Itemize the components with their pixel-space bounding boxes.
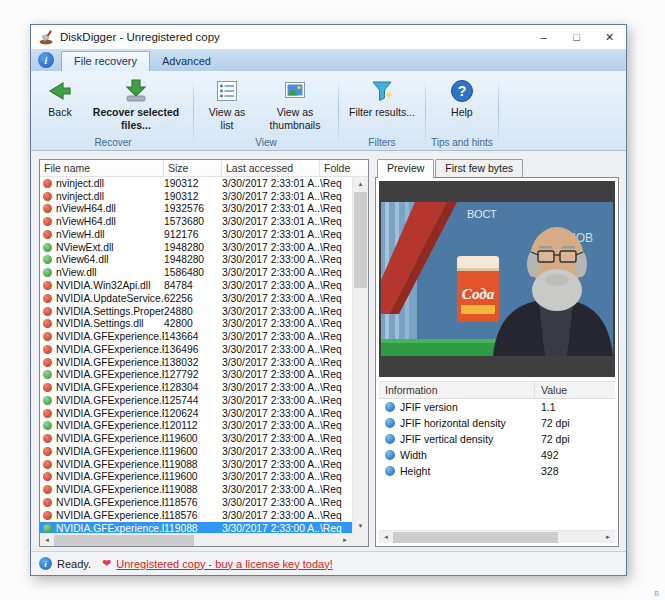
file-accessed-cell: 3/30/2017 2:33:00 A... — [222, 254, 320, 265]
file-type-icon — [43, 498, 52, 507]
file-type-icon — [43, 370, 52, 379]
table-row[interactable]: nViewH64.dll15736803/30/2017 2:33:01 A..… — [40, 215, 352, 228]
file-size-cell: 118576 — [164, 510, 222, 521]
table-row[interactable]: NVIDIA.GFExperience.Re...1277923/30/2017… — [40, 368, 352, 381]
tab-preview[interactable]: Preview — [377, 159, 434, 178]
table-row[interactable]: nViewH64.dll19325763/30/2017 2:33:01 A..… — [40, 203, 352, 216]
table-row[interactable]: NVIDIA.GFExperience.Re...1283043/30/2017… — [40, 381, 352, 394]
status-info-icon: i — [39, 557, 52, 570]
table-row[interactable]: NVIDIA.UpdateService.dll622563/30/2017 2… — [40, 292, 352, 305]
scroll-left-icon[interactable]: ◄ — [379, 534, 393, 540]
close-button[interactable]: ✕ — [593, 25, 626, 49]
tab-advanced[interactable]: Advanced — [150, 52, 223, 71]
file-folder-cell: \Req — [320, 267, 352, 278]
column-header-file-name[interactable]: File name — [40, 160, 164, 176]
horizontal-scroll-thumb[interactable] — [54, 535, 194, 546]
file-name-cell: NVIDIA.GFExperience.Re... — [56, 446, 164, 457]
table-row[interactable]: NVIDIA.GFExperience.Re...1190883/30/2017… — [40, 483, 352, 496]
info-scroll-thumb[interactable] — [393, 532, 558, 543]
group-label-tips: Tips and hints — [431, 135, 493, 150]
file-accessed-cell: 3/30/2017 2:33:01 A... — [222, 216, 320, 227]
property-name: Height — [400, 465, 535, 477]
tab-file-recovery[interactable]: File recovery — [61, 51, 150, 71]
table-row[interactable]: NVIDIA.GFExperience.Re...1364963/30/2017… — [40, 343, 352, 356]
table-row[interactable]: NVIDIA.Win32Api.dll847843/30/2017 2:33:0… — [40, 279, 352, 292]
scroll-right-icon[interactable]: ► — [601, 534, 615, 540]
table-row[interactable]: NVIDIA.GFExperience.Re...1190883/30/2017… — [40, 522, 352, 533]
scroll-left-icon[interactable]: ◄ — [40, 537, 54, 543]
tab-first-few-bytes[interactable]: First few bytes — [435, 159, 523, 177]
back-button[interactable]: Back — [38, 74, 82, 121]
info-horizontal-scrollbar[interactable]: ◄ ► — [379, 530, 615, 543]
scroll-down-icon[interactable]: ▼ — [353, 519, 368, 533]
table-row[interactable]: nvinject.dll1903123/30/2017 2:33:01 A...… — [40, 177, 352, 190]
vertical-scroll-thumb[interactable] — [354, 192, 367, 288]
file-size-cell: 24880 — [164, 306, 222, 317]
recover-selected-files-button[interactable]: Recover selected files... — [84, 74, 188, 133]
file-size-cell: 120624 — [164, 408, 222, 419]
file-size-cell: 62256 — [164, 293, 222, 304]
file-list-horizontal-scrollbar[interactable]: ◄ ► — [40, 533, 352, 546]
file-folder-cell: \Req — [320, 395, 352, 406]
file-name-cell: NVIDIA.GFExperience.Re... — [56, 471, 164, 482]
file-name-cell: NVIDIA.Win32Api.dll — [56, 280, 164, 291]
file-accessed-cell: 3/30/2017 2:33:00 A... — [222, 318, 320, 329]
column-header-information[interactable]: Information — [379, 382, 535, 398]
file-size-cell: 119088 — [164, 484, 222, 495]
table-row[interactable]: NVIDIA.GFExperience.Re...1436643/30/2017… — [40, 330, 352, 343]
file-list-rows: nvinject.dll1903123/30/2017 2:33:01 A...… — [40, 177, 352, 533]
file-name-cell: NVIDIA.GFExperience.Re... — [56, 382, 164, 393]
file-size-cell: 1948280 — [164, 254, 222, 265]
table-row[interactable]: NVIDIA.GFExperience.Re...1196003/30/2017… — [40, 471, 352, 484]
column-header-size[interactable]: Size — [164, 160, 222, 176]
info-row: JFIF horizontal density72 dpi — [379, 415, 615, 431]
table-row[interactable]: nvinject.dll1903123/30/2017 2:33:01 A...… — [40, 190, 352, 203]
column-header-last-accessed[interactable]: Last accessed — [222, 160, 320, 176]
property-icon — [385, 402, 395, 412]
minimize-button[interactable]: – — [527, 25, 560, 49]
filter-results-button[interactable]: Filter results... — [344, 74, 420, 121]
help-button-label: Help — [451, 106, 473, 119]
file-folder-cell: \Req — [320, 331, 352, 342]
view-as-list-button[interactable]: View as list — [199, 74, 255, 133]
table-row[interactable]: NVIDIA.GFExperience.Re...1206243/30/2017… — [40, 407, 352, 420]
file-accessed-cell: 3/30/2017 2:33:01 A... — [222, 229, 320, 240]
column-header-value[interactable]: Value — [535, 382, 615, 398]
titlebar[interactable]: DiskDigger - Unregistered copy – □ ✕ — [31, 25, 626, 49]
table-row[interactable]: NViewExt.dll19482803/30/2017 2:33:00 A..… — [40, 241, 352, 254]
table-row[interactable]: nView.dll15864803/30/2017 2:33:00 A...\R… — [40, 266, 352, 279]
file-accessed-cell: 3/30/2017 2:33:00 A... — [222, 395, 320, 406]
table-row[interactable]: NVIDIA.GFExperience.Re...1185763/30/2017… — [40, 509, 352, 522]
file-list-panel: File name Size Last accessed Folde nvinj… — [39, 159, 369, 547]
file-type-icon — [43, 307, 52, 316]
view-as-thumbnails-button[interactable]: View as thumbnails — [257, 74, 333, 133]
table-row[interactable]: NVIDIA.GFExperience.Re...1190883/30/2017… — [40, 458, 352, 471]
file-list-vertical-scrollbar[interactable]: ▲ ▼ — [352, 177, 368, 533]
ribbon-tab-bar: i File recovery Advanced — [31, 49, 626, 71]
file-folder-cell: \Req — [320, 203, 352, 214]
table-row[interactable]: NVIDIA.GFExperience.Re...1196003/30/2017… — [40, 432, 352, 445]
table-row[interactable]: nView64.dll19482803/30/2017 2:33:00 A...… — [40, 254, 352, 267]
scroll-right-icon[interactable]: ► — [338, 537, 352, 543]
preview-bg-text-left: ВОСТ — [467, 208, 497, 220]
table-row[interactable]: NVIDIA.GFExperience.Re...1201123/30/2017… — [40, 420, 352, 433]
property-name: Width — [400, 449, 535, 461]
scroll-up-icon[interactable]: ▲ — [353, 177, 368, 191]
file-folder-cell: \Req — [320, 408, 352, 419]
maximize-button[interactable]: □ — [560, 25, 593, 49]
info-button[interactable]: i — [38, 52, 54, 68]
ribbon-separator — [425, 77, 426, 146]
table-row[interactable]: NVIDIA.Settings.Properti...248803/30/201… — [40, 305, 352, 318]
table-row[interactable]: NVIDIA.GFExperience.Re...1196003/30/2017… — [40, 445, 352, 458]
license-link[interactable]: Unregistered copy - buy a license key to… — [116, 558, 332, 570]
file-size-cell: 190312 — [164, 191, 222, 202]
column-header-folder[interactable]: Folde — [320, 160, 368, 176]
table-row[interactable]: NVIDIA.GFExperience.Re...1185763/30/2017… — [40, 496, 352, 509]
table-row[interactable]: NVIDIA.GFExperience.Re...1380323/30/2017… — [40, 356, 352, 369]
help-button[interactable]: ? Help — [440, 74, 484, 121]
file-folder-cell: \Req — [320, 357, 352, 368]
table-row[interactable]: NVIDIA.Settings.dll428003/30/2017 2:33:0… — [40, 317, 352, 330]
table-row[interactable]: NVIDIA.GFExperience.Re...1257443/30/2017… — [40, 394, 352, 407]
file-folder-cell: \Req — [320, 459, 352, 470]
table-row[interactable]: nViewH.dll9121763/30/2017 2:33:01 A...\R… — [40, 228, 352, 241]
